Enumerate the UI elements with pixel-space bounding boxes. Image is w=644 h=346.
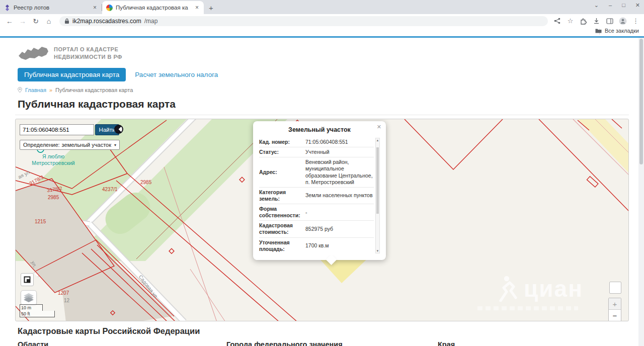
parcel-label: 4237/1: [102, 187, 118, 192]
tab-search-chevron-icon[interactable]: ⌄: [594, 2, 599, 9]
cadastral-search-input[interactable]: [20, 124, 94, 135]
row-value: -: [305, 209, 307, 216]
all-bookmarks-button[interactable]: Все закладки: [595, 28, 639, 34]
layers-button[interactable]: [21, 290, 37, 305]
folder-icon: [595, 28, 602, 34]
site-header: ПОРТАЛ О КАДАСТРЕ НЕДВИЖИМОСТИ В РФ: [0, 38, 644, 63]
extensions-icon[interactable]: [579, 17, 588, 25]
popup-title: Земельный участок: [259, 126, 380, 133]
breadcrumb-current: Публичная кадастровая карта: [55, 87, 133, 93]
footer-title: Кадастровые карты Российской Федерации: [0, 321, 644, 336]
new-tab-button[interactable]: +: [204, 4, 218, 14]
forward-icon[interactable]: →: [17, 17, 28, 25]
toolbar-icons: ☆ ⋮: [553, 17, 640, 25]
logo-line-1: ПОРТАЛ О КАДАСТРЕ: [54, 46, 122, 53]
row-label: Уточненная площадь:: [259, 239, 305, 252]
parcel-label: 12: [64, 298, 69, 303]
tab-title: Публичная кадастровая ка: [116, 5, 191, 11]
tab-title: Реестр лотов: [14, 5, 89, 11]
cian-watermark: циан: [499, 275, 583, 302]
row-label: Кад. номер:: [259, 139, 305, 145]
scrollbar-thumb[interactable]: [639, 39, 643, 164]
scale-meters: 10 m: [20, 304, 43, 311]
bookmarks-bar: Все закладки: [0, 28, 644, 36]
profile-avatar-icon[interactable]: [618, 17, 627, 25]
lock-icon: [64, 18, 69, 24]
row-value: 852975 руб: [305, 226, 333, 232]
close-icon[interactable]: ×: [92, 4, 98, 11]
zoom-control: + −: [608, 298, 621, 321]
parcel-label: 1215: [35, 219, 46, 224]
breadcrumb-separator: »: [49, 87, 52, 93]
row-value: 71:05:060408:551: [305, 139, 348, 145]
loading-spinner-icon: [114, 125, 123, 134]
browser-window: Реестр лотов × Публичная кадастровая ка …: [0, 0, 644, 346]
row-label: Категория земель:: [259, 189, 305, 202]
map-tool-button[interactable]: [609, 282, 621, 294]
row-label: Кадастровая стоимость:: [259, 222, 305, 235]
share-icon[interactable]: [553, 17, 561, 25]
zoom-out-button[interactable]: −: [609, 310, 621, 321]
parcel-label: 2985: [140, 180, 151, 185]
tab-kadastrovaya-karta[interactable]: Публичная кадастровая ка ×: [102, 1, 204, 14]
row-label: Форма собственности:: [259, 206, 305, 219]
row-value: Земли населенных пунктов: [305, 192, 373, 199]
breadcrumb: Главная » Публичная кадастровая карта: [0, 81, 644, 93]
url-path: /map: [144, 18, 158, 25]
nav-public-map-button[interactable]: Публичная кадастровая карта: [18, 68, 126, 81]
pin-icon: [18, 87, 22, 93]
scroll-up-icon[interactable]: ▲: [376, 139, 379, 142]
home-icon[interactable]: ⌂: [43, 17, 54, 25]
tab-kadastr-favicon-icon: [106, 5, 113, 11]
all-bookmarks-label: Все закладки: [605, 28, 639, 34]
address-bar[interactable]: ik2map.roscadastres.com/map: [59, 16, 548, 26]
minimize-button[interactable]: –: [609, 2, 612, 9]
zoom-in-button[interactable]: +: [609, 298, 621, 310]
star-icon[interactable]: ☆: [566, 17, 575, 25]
poi-label[interactable]: Я люблю Метростроевский: [21, 153, 86, 166]
close-icon[interactable]: ✕: [377, 124, 381, 130]
object-type-select[interactable]: Определение: земельный участок ▾: [20, 140, 120, 150]
row-value: Веневский район, муниципальное образован…: [305, 159, 374, 186]
scale-feet: 50 ft: [20, 311, 55, 317]
popup-scrollbar[interactable]: ▲ ▼: [375, 138, 380, 253]
page-scrollbar[interactable]: [638, 38, 644, 346]
tab-bar: Реестр лотов × Публичная кадастровая ка …: [0, 0, 644, 14]
back-icon[interactable]: ←: [4, 17, 15, 25]
row-value: 1700 кв.м: [305, 242, 329, 249]
url-host: ik2map.roscadastres.com: [72, 18, 141, 25]
parcel-info-popup: ✕ Земельный участок Кад. номер: 71:05:06…: [253, 121, 386, 260]
cadastral-map[interactable]: 3178/2 3178/2 2985 2985 4237/1 1215 1207…: [15, 119, 629, 321]
scroll-down-icon[interactable]: ▼: [376, 249, 379, 252]
breadcrumb-home-link[interactable]: Главная: [25, 87, 46, 93]
parcel-label: 2985: [48, 195, 59, 200]
extent-tool-button[interactable]: [21, 273, 34, 286]
scrollbar-thumb[interactable]: [376, 147, 379, 214]
cian-runner-icon: [499, 276, 519, 302]
cian-watermark-text: циан: [524, 275, 583, 302]
nav-tax-calc-link[interactable]: Расчет земельного налога: [135, 71, 218, 78]
reload-icon[interactable]: ↻: [30, 17, 41, 25]
cian-watermark-subline: [477, 306, 578, 310]
table-row: Уточненная площадь: 1700 кв.м: [259, 238, 374, 254]
download-icon[interactable]: [592, 17, 601, 25]
table-row: Категория земель: Земли населенных пункт…: [259, 188, 374, 204]
close-icon[interactable]: ×: [194, 4, 200, 11]
footer-column-goroda: Города федерального значения: [226, 340, 343, 346]
window-controls: ⌄ – □ ✕: [594, 2, 640, 9]
browser-toolbar: ← → ↻ ⌂ ik2map.roscadastres.com/map ☆ ⋮: [0, 14, 644, 28]
sidebar-icon[interactable]: [605, 17, 614, 25]
close-button[interactable]: ✕: [635, 2, 640, 9]
maximize-button[interactable]: □: [622, 2, 625, 9]
table-row: Кадастровая стоимость: 852975 руб: [259, 221, 374, 237]
parcel-label: 1207: [58, 290, 69, 296]
table-row: Статус: Учтенный: [259, 147, 374, 157]
page-title: Публичная кадастровая карта: [0, 93, 644, 115]
menu-kebab-icon[interactable]: ⋮: [631, 17, 640, 25]
logo-line-2: НЕДВИЖИМОСТИ В РФ: [54, 53, 122, 61]
site-logo-text: ПОРТАЛ О КАДАСТРЕ НЕДВИЖИМОСТИ В РФ: [54, 46, 122, 61]
tab-reestr-lotov[interactable]: Реестр лотов ×: [0, 1, 102, 14]
table-row: Адрес: Веневский район, муниципальное об…: [259, 157, 374, 188]
row-label: Адрес:: [259, 169, 305, 176]
russia-map-logo-icon: [18, 44, 49, 63]
